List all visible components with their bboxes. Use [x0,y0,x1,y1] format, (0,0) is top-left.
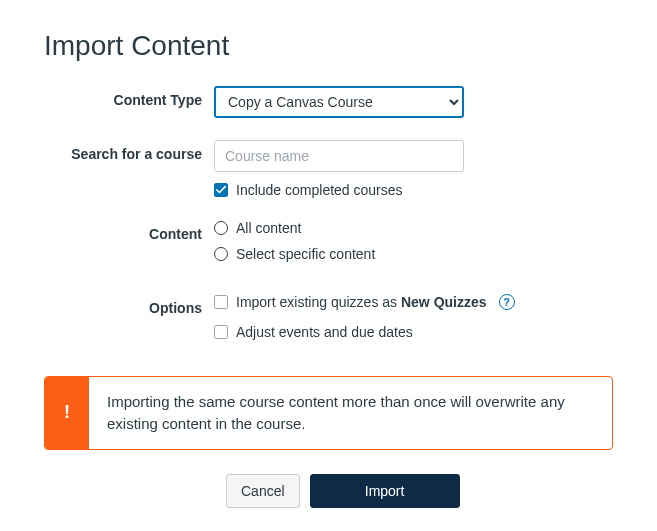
label-options: Options [44,294,214,316]
include-completed-label: Include completed courses [236,182,403,198]
search-input[interactable] [214,140,464,172]
radio-all-content[interactable]: All content [214,220,613,236]
check-icon [216,185,226,195]
radio-select-specific[interactable]: Select specific content [214,246,613,262]
adjust-dates-checkbox[interactable] [214,325,228,339]
row-search: Search for a course Include completed co… [44,140,613,198]
new-quizzes-checkbox[interactable] [214,295,228,309]
label-content: Content [44,220,214,242]
radio-icon[interactable] [214,221,228,235]
radio-select-specific-label: Select specific content [236,246,375,262]
import-button[interactable]: Import [310,474,460,508]
warning-icon: ! [45,377,89,449]
option-adjust-dates[interactable]: Adjust events and due dates [214,324,613,340]
radio-icon[interactable] [214,247,228,261]
radio-all-content-label: All content [236,220,301,236]
action-buttons: Cancel Import [226,474,613,508]
label-content-type: Content Type [44,86,214,108]
option-new-quizzes[interactable]: Import existing quizzes as New Quizzes ? [214,294,613,310]
row-content: Content All content Select specific cont… [44,220,613,272]
include-completed-checkbox[interactable] [214,183,228,197]
new-quizzes-label: Import existing quizzes as New Quizzes [236,294,487,310]
page-title: Import Content [44,30,613,62]
label-search: Search for a course [44,140,214,162]
warning-text: Importing the same course content more t… [89,377,612,449]
row-options: Options Import existing quizzes as New Q… [44,294,613,354]
include-completed-row[interactable]: Include completed courses [214,182,613,198]
adjust-dates-label: Adjust events and due dates [236,324,413,340]
warning-alert: ! Importing the same course content more… [44,376,613,450]
content-type-select[interactable]: Copy a Canvas Course [214,86,464,118]
cancel-button[interactable]: Cancel [226,474,300,508]
row-content-type: Content Type Copy a Canvas Course [44,86,613,118]
help-icon[interactable]: ? [499,294,515,310]
